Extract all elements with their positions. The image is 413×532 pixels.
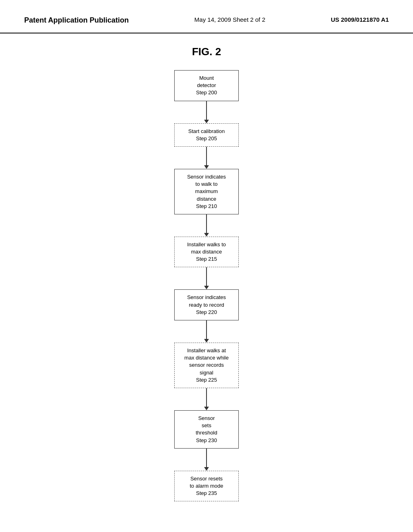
step-215-box: Installer walks tomax distanceStep 215 — [174, 237, 239, 268]
step-200-box: MountdetectorStep 200 — [174, 70, 239, 101]
step-215-text: Installer walks tomax distanceStep 215 — [187, 241, 226, 262]
figure-title: FIG. 2 — [0, 46, 413, 58]
connector-line — [206, 101, 207, 120]
arrow-icon — [204, 467, 209, 471]
arrow-icon — [204, 233, 209, 237]
arrow-icon — [204, 407, 209, 410]
step-200-text: MountdetectorStep 200 — [196, 75, 217, 96]
step-225-text: Installer walks atmax distance whilesens… — [184, 347, 229, 383]
connector-line — [206, 267, 207, 286]
connector-line — [206, 388, 207, 407]
step-225-box: Installer walks atmax distance whilesens… — [174, 343, 239, 388]
header-publication-label: Patent Application Publication — [24, 16, 129, 25]
arrow-icon — [204, 286, 209, 289]
header-patent-number: US 2009/0121870 A1 — [331, 16, 389, 23]
step-205-text: Start calibrationStep 205 — [188, 128, 225, 141]
step-220-text: Sensor indicatesready to recordStep 220 — [187, 294, 226, 315]
arrow-icon — [204, 165, 209, 169]
connector-215-220 — [204, 267, 209, 289]
connector-200-205 — [204, 101, 209, 123]
connector-210-215 — [204, 214, 209, 237]
arrow-icon — [204, 120, 209, 123]
step-235-text: Sensor resetsto alarm modeStep 235 — [190, 476, 223, 496]
flowchart: MountdetectorStep 200 Start calibrationS… — [0, 66, 413, 517]
step-230-box: SensorsetsthresholdStep 230 — [174, 410, 239, 449]
step-235-box: Sensor resetsto alarm modeStep 235 — [174, 471, 239, 502]
step-210-box: Sensor indicatesto walk tomaximumdistanc… — [174, 169, 239, 214]
connector-line — [206, 320, 207, 339]
connector-220-225 — [204, 320, 209, 343]
connector-line — [206, 214, 207, 233]
connector-line — [206, 147, 207, 165]
step-205-box: Start calibrationStep 205 — [174, 123, 239, 147]
connector-230-235 — [204, 449, 209, 471]
connector-205-210 — [204, 147, 209, 169]
step-230-text: SensorsetsthresholdStep 230 — [196, 415, 217, 443]
page-header: Patent Application Publication May 14, 2… — [0, 0, 413, 33]
header-date-sheet: May 14, 2009 Sheet 2 of 2 — [194, 16, 265, 23]
connector-225-230 — [204, 388, 209, 410]
connector-line — [206, 449, 207, 467]
step-220-box: Sensor indicatesready to recordStep 220 — [174, 289, 239, 320]
step-210-text: Sensor indicatesto walk tomaximumdistanc… — [187, 174, 226, 209]
arrow-icon — [204, 339, 209, 343]
